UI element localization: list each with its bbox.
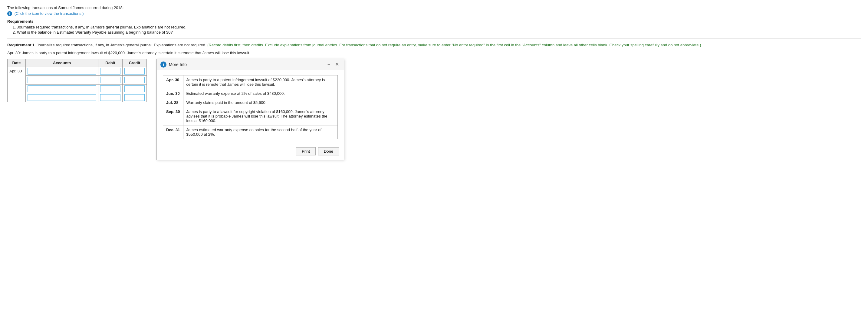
- col-header-debit: Debit: [98, 59, 123, 67]
- scenario-text: Apr. 30: James is party to a patent infr…: [7, 51, 861, 55]
- modal-body: Apr. 30 James is party to a patent infri…: [157, 70, 344, 144]
- accounts-input-4[interactable]: [28, 94, 96, 101]
- debit-input-4[interactable]: [100, 94, 120, 101]
- tx-date-jul28: Jul. 28: [163, 98, 183, 107]
- req1-prefix: Requirement 1.: [7, 43, 36, 47]
- debit-input-2[interactable]: [100, 77, 120, 83]
- accounts-cell-3[interactable]: [26, 84, 98, 93]
- journal-table-container: Date Accounts Debit Credit Apr. 30: [7, 59, 147, 102]
- tx-desc-sep30: James is party to a lawsuit for copyrigh…: [183, 107, 337, 125]
- requirement-2: What is the balance in Estimated Warrant…: [17, 30, 861, 34]
- tx-date-jun30: Jun. 30: [163, 89, 183, 98]
- click-label: (Click the icon to view the transactions…: [14, 11, 84, 16]
- intro-text: The following transactions of Samuel Jam…: [7, 5, 861, 10]
- tx-date-sep30: Sep. 30: [163, 107, 183, 125]
- col-header-date: Date: [7, 59, 26, 67]
- credit-cell-1[interactable]: [123, 67, 147, 76]
- modal-close-button[interactable]: ✕: [334, 61, 340, 67]
- debit-input-3[interactable]: [100, 85, 120, 92]
- modal-footer: Print Done: [157, 144, 344, 160]
- print-button[interactable]: Print: [296, 147, 316, 156]
- transaction-row-apr30: Apr. 30 James is party to a patent infri…: [163, 75, 338, 89]
- click-icon-row[interactable]: i (Click the icon to view the transactio…: [7, 11, 861, 16]
- done-button[interactable]: Done: [318, 147, 339, 156]
- credit-input-4[interactable]: [124, 94, 145, 101]
- tx-date-dec31: Dec. 31: [163, 125, 183, 139]
- table-row: [7, 76, 147, 84]
- table-row: [7, 93, 147, 102]
- requirements-list: Journalize required transactions, if any…: [7, 25, 861, 34]
- transactions-table: Apr. 30 James is party to a patent infri…: [163, 75, 338, 139]
- requirements-heading: Requirements: [7, 19, 861, 24]
- tx-desc-apr30: James is party to a patent infringement …: [183, 75, 337, 89]
- table-row: Apr. 30: [7, 67, 147, 76]
- req1-instruction: Requirement 1. Journalize required trans…: [7, 42, 861, 48]
- credit-input-1[interactable]: [124, 68, 145, 75]
- req1-black: Journalize required transactions, if any…: [37, 43, 207, 47]
- accounts-input-3[interactable]: [28, 85, 96, 92]
- table-row: [7, 84, 147, 93]
- modal-controls: − ✕: [326, 61, 340, 67]
- credit-cell-3[interactable]: [123, 84, 147, 93]
- tx-desc-jun30: Estimated warranty expense at 2% of sale…: [183, 89, 337, 98]
- main-area: Date Accounts Debit Credit Apr. 30: [7, 59, 861, 160]
- credit-input-2[interactable]: [124, 77, 145, 83]
- transaction-row-jun30: Jun. 30 Estimated warranty expense at 2%…: [163, 89, 338, 98]
- modal-title: More Info: [169, 62, 324, 67]
- debit-cell-1[interactable]: [98, 67, 123, 76]
- transaction-row-sep30: Sep. 30 James is party to a lawsuit for …: [163, 107, 338, 125]
- tx-date-apr30: Apr. 30: [163, 75, 183, 89]
- tx-desc-jul28: Warranty claims paid in the amount of $5…: [183, 98, 337, 107]
- transaction-row-dec31: Dec. 31 James estimated warranty expense…: [163, 125, 338, 139]
- requirement-1: Journalize required transactions, if any…: [17, 25, 861, 29]
- accounts-input-1[interactable]: [28, 68, 96, 75]
- debit-input-1[interactable]: [100, 68, 120, 75]
- modal-minimize-button[interactable]: −: [326, 62, 332, 67]
- requirements-section: Requirements Journalize required transac…: [7, 19, 861, 34]
- credit-cell-4[interactable]: [123, 93, 147, 102]
- divider: [7, 38, 861, 38]
- more-info-modal: i More Info − ✕ Apr. 30 James is party t…: [156, 59, 344, 160]
- debit-cell-3[interactable]: [98, 84, 123, 93]
- credit-cell-2[interactable]: [123, 76, 147, 84]
- accounts-cell-4[interactable]: [26, 93, 98, 102]
- credit-input-3[interactable]: [124, 85, 145, 92]
- modal-header: i More Info − ✕: [157, 59, 344, 70]
- accounts-input-2[interactable]: [28, 77, 96, 83]
- req1-green: (Record debits first, then credits. Excl…: [207, 43, 701, 47]
- tx-desc-dec31: James estimated warranty expense on sale…: [183, 125, 337, 139]
- debit-cell-4[interactable]: [98, 93, 123, 102]
- col-header-accounts: Accounts: [26, 59, 98, 67]
- transaction-row-jul28: Jul. 28 Warranty claims paid in the amou…: [163, 98, 338, 107]
- date-cell-apr30: Apr. 30: [7, 67, 26, 102]
- col-header-credit: Credit: [123, 59, 147, 67]
- info-icon[interactable]: i: [7, 11, 12, 16]
- modal-info-icon: i: [160, 61, 166, 67]
- accounts-cell-1[interactable]: [26, 67, 98, 76]
- accounts-cell-2[interactable]: [26, 76, 98, 84]
- debit-cell-2[interactable]: [98, 76, 123, 84]
- journal-table: Date Accounts Debit Credit Apr. 30: [7, 59, 147, 102]
